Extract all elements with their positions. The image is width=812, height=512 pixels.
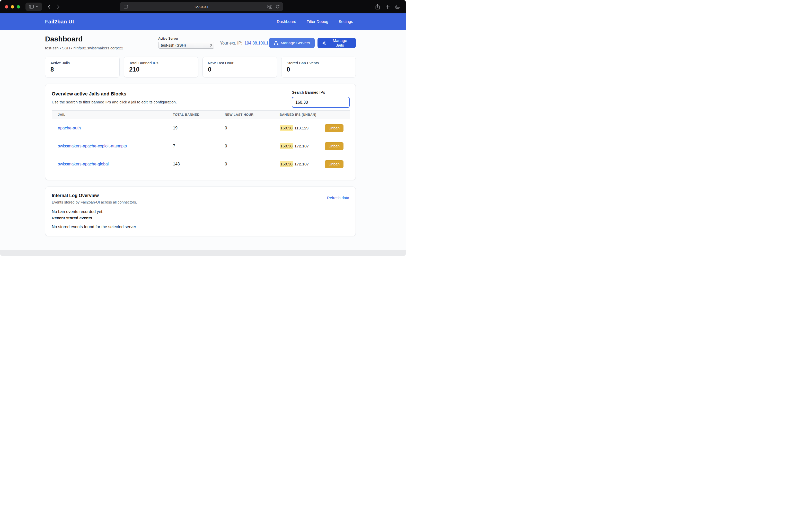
zoom-button[interactable] xyxy=(17,5,20,8)
banned-ip-cell: 160.30.113.129 Unban xyxy=(273,119,350,137)
translate-icon[interactable] xyxy=(267,5,272,9)
unban-button[interactable]: Unban xyxy=(325,142,344,150)
stats-row: Active Jails 8 Total Banned IPs 210 New … xyxy=(45,57,356,78)
banned-ip: 160.30.172.107 xyxy=(280,162,309,167)
forward-button[interactable] xyxy=(55,3,62,10)
stat-value: 210 xyxy=(129,66,193,73)
reload-icon[interactable] xyxy=(276,5,280,9)
unban-button[interactable]: Unban xyxy=(325,160,344,168)
ip-rest: .113.129 xyxy=(293,126,309,130)
nav-settings[interactable]: Settings xyxy=(339,19,353,24)
refresh-data-link[interactable]: Refresh data xyxy=(327,196,349,200)
jail-cell: swissmakers-apache-exploit-attempts xyxy=(52,137,167,155)
page-title: Dashboard xyxy=(45,35,83,43)
plus-icon xyxy=(385,5,390,9)
stat-label: Stored Ban Events xyxy=(287,61,350,65)
nav-filter-debug[interactable]: Filter Debug xyxy=(307,19,328,24)
banned-ip-cell: 160.30.172.107 Unban xyxy=(273,137,350,155)
external-ip-value[interactable]: 194.88.100.134 xyxy=(244,41,273,45)
jail-link[interactable]: swissmakers-apache-global xyxy=(58,162,109,166)
sitemap-icon xyxy=(274,41,279,45)
table-header-row: JAIL TOTAL BANNED NEW LAST HOUR BANNED I… xyxy=(52,111,350,119)
address-bar[interactable]: 127.0.0.1 xyxy=(120,2,283,11)
sidebar-toggle-button[interactable] xyxy=(26,3,42,11)
search-input[interactable] xyxy=(292,97,350,108)
tab-overview-button[interactable] xyxy=(396,5,400,9)
jail-cell: swissmakers-apache-global xyxy=(52,155,167,173)
external-ip: Your ext. IP: 194.88.100.134 xyxy=(220,41,273,46)
new-tab-button[interactable] xyxy=(385,5,390,9)
table-row: swissmakers-apache-exploit-attempts 7 0 … xyxy=(52,137,350,155)
share-icon xyxy=(375,4,380,9)
jail-cell: apache-auth xyxy=(52,119,167,137)
ip-highlight: 160.30 xyxy=(280,125,293,131)
total-banned-cell: 143 xyxy=(167,155,219,173)
ip-rest: .172.107 xyxy=(293,144,309,148)
no-stored-events-text: No stored events found for the selected … xyxy=(52,225,349,229)
chevron-left-icon xyxy=(48,4,51,9)
jail-link[interactable]: apache-auth xyxy=(58,126,81,130)
table-row: apache-auth 19 0 160.30.113.129 Unban xyxy=(52,119,350,137)
stat-label: Total Banned IPs xyxy=(129,61,193,65)
unban-button[interactable]: Unban xyxy=(325,124,344,132)
manage-servers-button[interactable]: Manage Servers xyxy=(269,38,315,48)
active-server-group: Active Server test-ssh (SSH) xyxy=(158,36,214,49)
stat-value: 8 xyxy=(51,66,114,73)
jails-table: JAIL TOTAL BANNED NEW LAST HOUR BANNED I… xyxy=(52,110,350,173)
close-button[interactable] xyxy=(5,5,8,8)
search-label: Search Banned IPs xyxy=(292,90,350,94)
url-text: 127.0.0.1 xyxy=(194,5,208,9)
banned-ip-cell: 160.30.172.107 Unban xyxy=(273,155,350,173)
ip-highlight: 160.30 xyxy=(280,161,293,167)
tabs-icon xyxy=(396,5,400,9)
manage-jails-label: Manage Jails xyxy=(328,38,351,48)
total-banned-cell: 19 xyxy=(167,119,219,137)
col-header-banned-ips: BANNED IPS (UNBAN) xyxy=(273,111,350,119)
window-footer xyxy=(0,250,406,256)
page-header: Dashboard test-ssh • SSH • rlinfp02.swis… xyxy=(45,30,356,57)
browser-toolbar: 127.0.0.1 xyxy=(0,0,406,13)
total-banned-cell: 7 xyxy=(167,137,219,155)
active-server-value: test-ssh (SSH) xyxy=(161,43,186,47)
jail-link[interactable]: swissmakers-apache-exploit-attempts xyxy=(58,144,127,148)
no-ban-events-text: No ban events recorded yet. xyxy=(52,209,349,214)
new-last-hour-cell: 0 xyxy=(219,155,273,173)
overview-card-head: Overview active Jails and Blocks Use the… xyxy=(45,84,355,104)
col-header-new-last-hour: NEW LAST HOUR xyxy=(219,111,273,119)
search-group: Search Banned IPs xyxy=(292,90,350,108)
page-icon xyxy=(124,5,128,8)
table-row: swissmakers-apache-global 143 0 160.30.1… xyxy=(52,155,350,173)
nav-dashboard[interactable]: Dashboard xyxy=(277,19,296,24)
nav-links: Dashboard Filter Debug Settings xyxy=(277,19,353,24)
col-header-total-banned: TOTAL BANNED xyxy=(167,111,219,119)
toolbar-right-controls xyxy=(375,0,400,13)
manage-servers-label: Manage Servers xyxy=(281,41,310,45)
log-subtitle: Events stored by Fail2ban-UI across all … xyxy=(52,200,349,204)
col-header-jail: JAIL xyxy=(52,111,167,119)
log-title: Internal Log Overview xyxy=(52,193,349,198)
active-server-select[interactable]: test-ssh (SSH) xyxy=(158,42,214,49)
ip-rest: .172.107 xyxy=(293,162,309,166)
sidebar-icon xyxy=(29,5,34,8)
banned-ip: 160.30.172.107 xyxy=(280,144,309,148)
back-button[interactable] xyxy=(45,3,53,10)
ip-highlight: 160.30 xyxy=(280,143,293,149)
manage-jails-button[interactable]: Manage Jails xyxy=(318,38,356,48)
stat-card-stored-ban-events: Stored Ban Events 0 xyxy=(281,57,356,78)
external-ip-label: Your ext. IP: xyxy=(220,41,242,45)
recent-stored-events-title: Recent stored events xyxy=(52,216,349,220)
new-last-hour-cell: 0 xyxy=(219,119,273,137)
jails-table-wrap: JAIL TOTAL BANNED NEW LAST HOUR BANNED I… xyxy=(45,104,355,180)
window-controls xyxy=(5,5,20,8)
app-navbar: Fail2ban UI Dashboard Filter Debug Setti… xyxy=(0,13,406,30)
chevron-right-icon xyxy=(57,4,60,9)
share-button[interactable] xyxy=(375,4,380,9)
browser-window: 127.0.0.1 Fail2ban UI Dashboard Filter D… xyxy=(0,0,406,256)
stat-card-new-last-hour: New Last Hour 0 xyxy=(202,57,277,78)
app-brand[interactable]: Fail2ban UI xyxy=(45,19,74,25)
minimize-button[interactable] xyxy=(11,5,14,8)
stat-card-active-jails: Active Jails 8 xyxy=(45,57,120,78)
overview-card: Overview active Jails and Blocks Use the… xyxy=(45,84,356,180)
internal-log-card: Internal Log Overview Events stored by F… xyxy=(45,187,356,236)
banned-ip: 160.30.113.129 xyxy=(280,126,309,131)
